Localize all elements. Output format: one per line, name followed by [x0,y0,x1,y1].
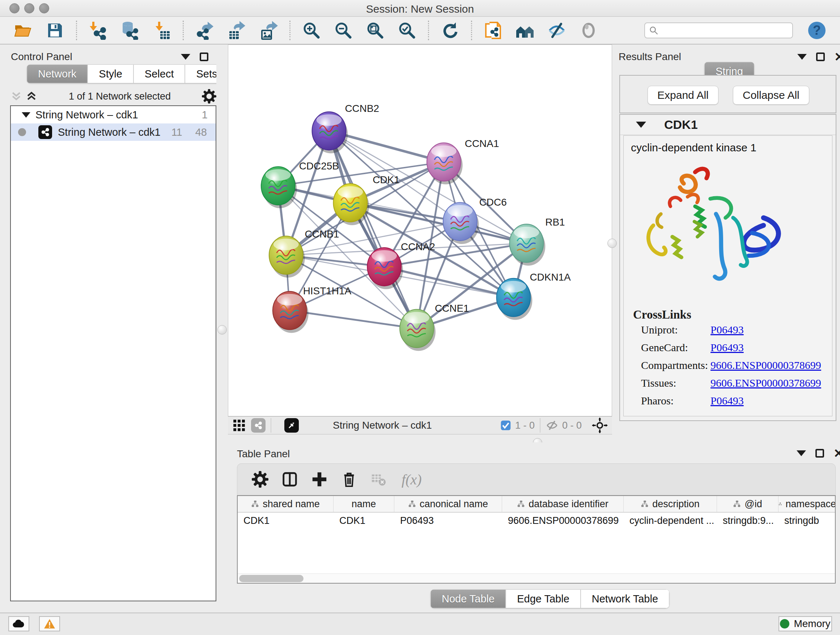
gene-description: cyclin-dependent kinase 1 [631,141,832,154]
cloud-icon [13,619,25,629]
zoom-out-icon[interactable] [333,20,354,41]
table-cell: cyclin-dependent ... [624,513,717,529]
toolbar-separator [428,21,429,40]
splitter-grip[interactable] [218,325,227,334]
column-label: database identifier [529,499,608,510]
status-separator [271,418,271,432]
search-input[interactable] [659,25,789,36]
cloud-button[interactable] [8,616,29,631]
warning-button[interactable] [39,616,60,631]
table-cell: CDK1 [238,513,333,529]
panel-menu-icon[interactable] [181,54,190,60]
collapse-all-chevron-icon[interactable] [10,90,22,103]
refresh-icon[interactable] [440,20,460,41]
table-row[interactable]: CDK1CDK1P064939606.ENSP00000378699cyclin… [238,513,835,529]
close-panel-icon[interactable]: ✕ [834,52,840,61]
node-section-header[interactable]: CDK1 [620,115,836,135]
fit-content-crosshair-icon[interactable] [592,417,608,433]
save-session-icon[interactable] [45,20,65,41]
float-panel-icon[interactable] [815,449,824,458]
crosslink-link[interactable]: P06493 [711,324,744,336]
import-network-database-icon[interactable] [120,20,140,41]
column-header[interactable]: database identifier [502,496,624,512]
show-all-icon[interactable] [578,20,599,41]
network-collection-row[interactable]: String Network – cdk1 1 [11,106,216,124]
cytoscape-window: Session: New Session [0,0,840,635]
crosslink-row: Compartments:9606.ENSP00000378699 [641,359,832,371]
network-node[interactable]: CDC25B [261,160,339,208]
tab-select[interactable]: Select [134,65,185,83]
export-image-icon[interactable] [258,20,279,41]
network-node[interactable]: CDKN1A [497,272,571,320]
tab-network-table[interactable]: Network Table [581,589,669,608]
network-node[interactable]: RB1 [510,217,565,266]
float-panel-icon[interactable] [200,52,208,61]
node-label: CCNB1 [305,228,339,240]
close-panel-icon[interactable]: ✕ [834,449,840,458]
crosslink-link[interactable]: P06493 [711,341,744,354]
column-header[interactable]: name [333,496,394,512]
grid-view-icon[interactable] [232,418,246,432]
export-network-icon[interactable] [195,20,215,41]
birds-eye-view-icon[interactable] [284,418,299,432]
show-columns-icon[interactable] [280,470,300,489]
expand-all-chevron-icon[interactable] [25,90,38,103]
tab-network[interactable]: Network [27,65,88,83]
table-settings-gear-icon[interactable] [250,470,270,489]
column-header[interactable]: shared name [238,496,333,512]
crosslink-row: GeneCard:P06493 [641,341,832,354]
column-header[interactable]: canonical name [394,496,502,512]
memory-button[interactable]: Memory [778,616,832,631]
delete-column-icon[interactable] [339,470,359,489]
tab-node-table[interactable]: Node Table [431,589,506,608]
first-neighbors-icon[interactable] [515,20,535,41]
float-panel-icon[interactable] [816,52,825,61]
network-node[interactable]: CCNA1 [427,138,499,184]
collection-count: 1 [202,109,208,121]
table-cell: stringdb [778,513,836,529]
zoom-fit-icon[interactable] [365,20,385,41]
panel-splitter-grip[interactable] [607,239,617,248]
scrollbar-thumb[interactable] [239,575,303,582]
tab-edge-table[interactable]: Edge Table [506,589,581,608]
clone-network-icon[interactable] [483,20,503,41]
hide-selected-icon[interactable] [546,20,567,41]
column-label: canonical name [420,499,488,510]
crosslink-link[interactable]: P06493 [711,394,744,407]
help-icon[interactable]: ? [807,20,827,41]
zoom-in-icon[interactable] [302,20,322,41]
network-row[interactable]: String Network – cdk1 11 48 [11,124,216,141]
network-share-view-icon[interactable] [251,418,265,432]
network-canvas[interactable]: CCNB2CCNA1CDC25BCDK1CDC6RB1CCNB1CCNA2CDK… [228,44,612,416]
network-node[interactable]: HIST1H1A [273,285,352,333]
column-header[interactable]: description [624,496,717,512]
collapse-all-button[interactable]: Collapse All [733,86,809,105]
toolbar-separator [289,21,291,40]
expand-all-button[interactable]: Expand All [647,86,718,105]
crosslink-link[interactable]: 9606.ENSP00000378699 [711,359,821,371]
tab-style[interactable]: Style [88,65,133,83]
column-header[interactable]: namespace [778,496,836,512]
table-horizontal-scrollbar[interactable] [238,573,835,583]
node-label: CCNE1 [435,302,469,314]
network-node[interactable]: CCNE1 [400,302,469,351]
svg-text:?: ? [813,23,821,38]
network-options-gear-icon[interactable] [202,89,216,103]
export-table-icon[interactable] [226,20,247,41]
add-column-icon[interactable] [309,470,329,489]
collection-expander-icon[interactable] [22,112,30,118]
import-table-file-icon[interactable] [152,20,172,41]
section-expander-icon[interactable] [636,122,646,128]
crosslink-link[interactable]: 9606.ENSP00000378699 [711,377,821,389]
vertical-splitter[interactable] [216,44,228,613]
network-edge[interactable] [290,310,417,329]
window-status-bar: Memory [0,613,840,635]
open-session-icon[interactable] [13,20,33,41]
column-header[interactable]: @id [717,496,778,512]
network-edge[interactable] [329,131,417,329]
panel-menu-icon[interactable] [797,54,807,60]
selected-items-checkbox-icon[interactable] [500,420,512,431]
panel-menu-icon[interactable] [797,450,806,456]
import-network-file-icon[interactable] [88,20,108,41]
zoom-selected-icon[interactable] [397,20,417,41]
